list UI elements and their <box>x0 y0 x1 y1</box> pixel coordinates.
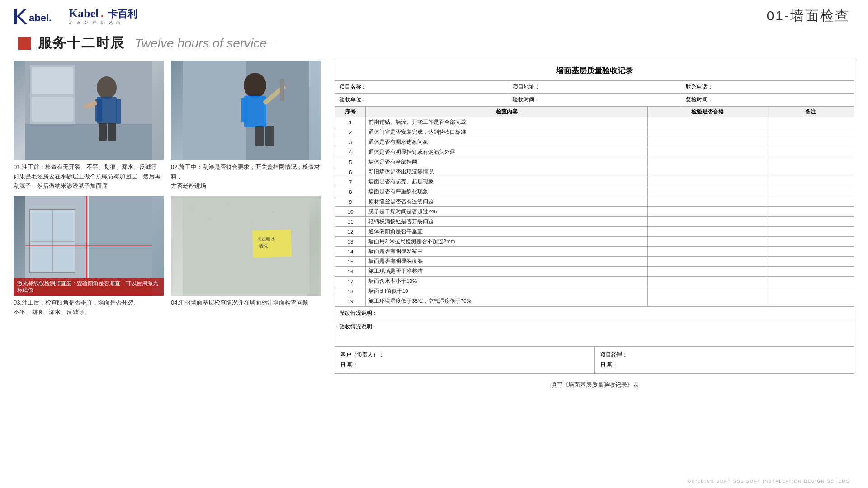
row-content: 墙体是否有全部挂网 <box>366 157 648 167</box>
row-num: 11 <box>335 217 366 227</box>
row-content: 通体阴阳角是否平垂直 <box>366 227 648 237</box>
acceptance-label: 验收情况说明： <box>340 324 377 330</box>
table-row: 5 墙体是否有全部挂网 <box>335 157 854 167</box>
row-result <box>648 286 767 296</box>
row-content: 墙面用2.米拉尺检测是否不超过2mm <box>366 237 648 247</box>
row-result <box>648 217 767 227</box>
form-corrections: 整改情况说明： <box>335 306 854 320</box>
form-note-bottom: 填写《墙面基层质量验收记录》表 <box>335 381 854 389</box>
row-result <box>648 207 767 217</box>
svg-point-41 <box>272 211 274 213</box>
form-signature-row: 客户（负责人）： 日 期： 项目经理： 日 期： <box>335 346 854 373</box>
row-note <box>767 257 854 267</box>
row-content: 腻子是干燥时间是否超过24h <box>366 207 648 217</box>
svg-text:高压喷水: 高压喷水 <box>257 236 275 241</box>
table-row: 1 前期铺贴、墙涂、开浇工作是否全部完成 <box>335 117 854 127</box>
col-result: 检验是否合格 <box>648 107 767 117</box>
col-num: 序号 <box>335 107 366 117</box>
row-content: 墙面是否有明显发霉由 <box>366 247 648 257</box>
row-num: 10 <box>335 207 366 217</box>
row-note <box>767 147 854 157</box>
right-panel: 墙面基层质量验收记录 项目名称： 项目地址： 联系电话： 验收单位： <box>335 61 854 389</box>
svg-text:清洗: 清洗 <box>259 244 268 249</box>
svg-point-40 <box>250 223 251 224</box>
row-content: 通体是否有漏水迹象问象 <box>366 137 648 147</box>
row-result <box>648 127 767 137</box>
svg-rect-20 <box>241 98 248 122</box>
row-num: 8 <box>335 187 366 197</box>
row-content: 轻钙板涌接处是否开裂问题 <box>366 217 648 227</box>
row-result <box>648 296 767 306</box>
row-note <box>767 177 854 187</box>
svg-point-37 <box>191 209 193 211</box>
svg-rect-11 <box>116 99 121 124</box>
row-num: 1 <box>335 117 366 127</box>
photo-item-3: 激光标线仪检测顺直度：查验阳角是否顺直，可以使用激光标线仪 03.油工后：检查阳… <box>14 196 164 317</box>
sig-right-text: 项目经理： 日 期： <box>600 350 849 370</box>
table-row: 16 施工现场是否干净整洁 <box>335 267 854 277</box>
svg-point-39 <box>227 204 229 206</box>
photo-caption-3: 03.油工后：检查阳角是否垂直，墙面是否开裂、不平、划痕、漏水、反碱等。 <box>14 298 164 317</box>
row-content: 施工现场是否干净整洁 <box>366 267 648 277</box>
svg-rect-4 <box>25 124 152 160</box>
table-row: 19 施工环境温度低于38℃，空气湿度低于70% <box>335 296 854 306</box>
table-row: 10 腻子是干燥时间是否超过24h <box>335 207 854 217</box>
table-row: 9 原材缝丝是否否有连绣问题 <box>335 197 854 207</box>
section-title-en: Twelve hours of service <box>135 36 267 51</box>
row-num: 4 <box>335 147 366 157</box>
row-content: 墙面pH值低于10 <box>366 286 648 296</box>
table-row: 14 墙面是否有明显发霉由 <box>335 247 854 257</box>
row-num: 9 <box>335 197 366 207</box>
col-note: 备注 <box>767 107 854 117</box>
row-note <box>767 237 854 247</box>
row-content: 墙面含水率小于10% <box>366 277 648 286</box>
table-header-row: 序号 检查内容 检验是否合格 备注 <box>335 107 854 117</box>
form-sig-left: 客户（负责人）： 日 期： <box>335 347 595 373</box>
logo-icon: abel. Kabel . 卡百利 涂 面 处 理 新 风 尚 <box>14 6 137 26</box>
table-row: 2 通体门窗是否安装完成，达到验收口标准 <box>335 127 854 137</box>
form-sig-right: 项目经理： 日 期： <box>595 347 854 373</box>
row-content: 施工环境温度低于38℃，空气湿度低于70% <box>366 296 648 306</box>
row-note <box>767 167 854 177</box>
table-row: 11 轻钙板涌接处是否开裂问题 <box>335 217 854 227</box>
svg-rect-24 <box>265 126 274 146</box>
svg-rect-6 <box>32 67 73 94</box>
footer-text: BUILDING SOFT SOS SOFT INSTALLATION DESI… <box>688 479 850 483</box>
logo-dot: . <box>100 6 104 20</box>
row-num: 13 <box>335 237 366 247</box>
photo-caption-4: 04.汇报墙面基层检查情况并在墙面标注墙面检查问题 <box>171 298 321 308</box>
logo-main-text: Kabel <box>69 7 99 20</box>
table-row: 13 墙面用2.米拉尺检测是否不超过2mm <box>335 237 854 247</box>
form-meta-time: 验收时间： <box>508 94 681 106</box>
row-result <box>648 147 767 157</box>
sig-left-text: 客户（负责人）： 日 期： <box>340 350 589 370</box>
table-row: 3 通体是否有漏水迹象问象 <box>335 137 854 147</box>
svg-rect-7 <box>32 97 73 122</box>
svg-rect-0 <box>14 9 17 24</box>
form-title: 墙面基层质量验收记录 <box>335 61 854 81</box>
svg-rect-12 <box>99 123 107 141</box>
row-result <box>648 237 767 247</box>
main-content: 01.油工前：检查有无开裂、不平、划痕、漏水、反碱等如果是毛坯房要在水砂层上做个… <box>0 61 868 389</box>
photo-item-4: 高压喷水 清洗 04.汇报墙面基层检查情况并在墙面标注墙面检查问题 <box>171 196 321 317</box>
row-num: 17 <box>335 277 366 286</box>
row-num: 7 <box>335 177 366 187</box>
row-result <box>648 117 767 127</box>
title-divider <box>276 43 850 43</box>
row-note <box>767 187 854 197</box>
table-row: 12 通体阴阳角是否平垂直 <box>335 227 854 237</box>
photo-grid: 01.油工前：检查有无开裂、不平、划痕、漏水、反碱等如果是毛坯房要在水砂层上做个… <box>14 61 321 389</box>
row-num: 6 <box>335 167 366 177</box>
row-result <box>648 247 767 257</box>
row-num: 19 <box>335 296 366 306</box>
photo-item-2: 02.施工中：刮涂是否符合要求，开关盖挂网情况，检查材料，方否老粉进场 <box>171 61 321 191</box>
table-row: 17 墙面含水率小于10% <box>335 277 854 286</box>
form-meta-row-2: 验收单位： 验收时间： 复检时间： <box>335 94 854 106</box>
title-red-block <box>18 37 31 50</box>
row-result <box>648 167 767 177</box>
logo-cn-text: 卡百利 <box>108 7 137 21</box>
row-note <box>767 207 854 217</box>
table-row: 4 通体是否有明显挂钉或有钢筋头外露 <box>335 147 854 157</box>
row-content: 墙面是否有严重酥化现象 <box>366 187 648 197</box>
row-content: 新旧墙体是否出现沉架情况 <box>366 167 648 177</box>
